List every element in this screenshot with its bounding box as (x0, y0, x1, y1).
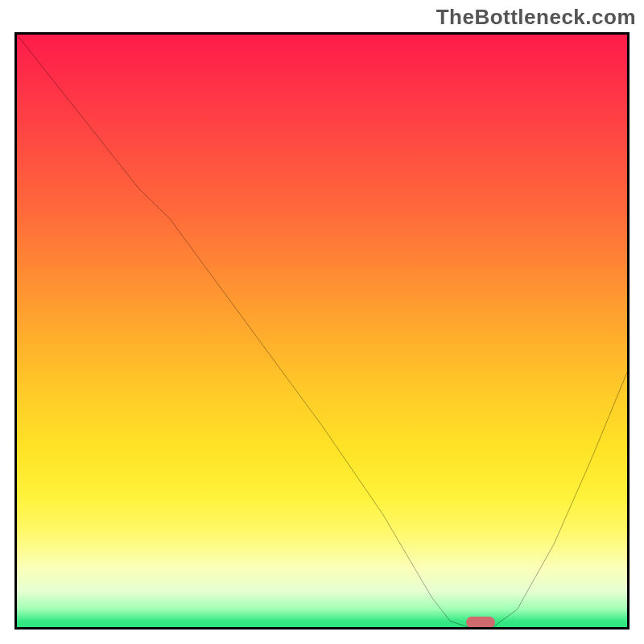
optimal-marker (466, 617, 495, 628)
watermark-text: TheBottleneck.com (436, 5, 636, 30)
chart-stage: TheBottleneck.com (0, 0, 644, 644)
plot-area (14, 32, 630, 630)
curve-svg (17, 35, 627, 627)
bottleneck-curve (17, 35, 627, 627)
